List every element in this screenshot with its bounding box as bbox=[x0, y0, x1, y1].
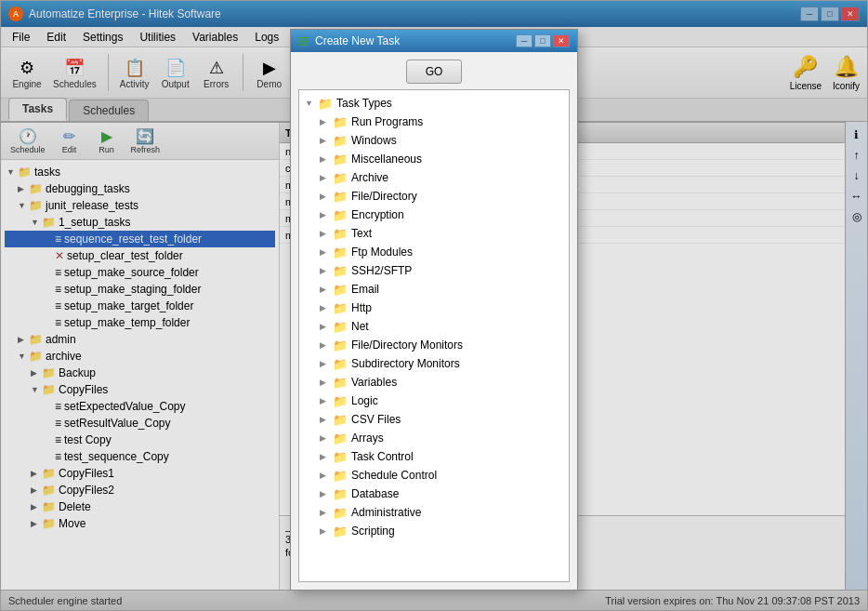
tree-arrow: ▶ bbox=[320, 322, 333, 331]
dialog-tree-label: CSV Files bbox=[351, 413, 401, 426]
dialog-minimize-button[interactable]: ─ bbox=[516, 34, 533, 47]
dialog-tree-label: Task Types bbox=[336, 97, 392, 110]
dialog-tree-item-text[interactable]: ▶ 📁 Text bbox=[303, 224, 565, 243]
folder-icon: 📁 bbox=[333, 469, 348, 483]
dialog-tree-label: Miscellaneous bbox=[351, 153, 422, 166]
dialog-title-icon: ⊞ bbox=[298, 33, 309, 48]
dialog-tree-item-archive[interactable]: ▶ 📁 Archive bbox=[303, 168, 565, 187]
dialog-tree-item-administrative[interactable]: ▶ 📁 Administrative bbox=[303, 503, 565, 522]
dialog-tree-item-run-programs[interactable]: ▶ 📁 Run Programs bbox=[303, 113, 565, 131]
dialog-tree-item-miscellaneous[interactable]: ▶ 📁 Miscellaneous bbox=[303, 150, 565, 168]
folder-icon: 📁 bbox=[333, 339, 348, 352]
go-button[interactable]: GO bbox=[406, 60, 462, 84]
dialog-tree-label: Run Programs bbox=[351, 115, 423, 128]
dialog-tree-item-task-control[interactable]: ▶ 📁 Task Control bbox=[303, 447, 565, 466]
tree-arrow: ▶ bbox=[320, 117, 333, 126]
main-window: A Automatize Enterprise - Hitek Software… bbox=[0, 0, 868, 611]
folder-icon: 📁 bbox=[333, 450, 348, 464]
folder-icon: 📁 bbox=[333, 190, 348, 204]
dialog-tree-item-file-dir-monitors[interactable]: ▶ 📁 File/Directory Monitors bbox=[303, 336, 565, 354]
tree-arrow: ▶ bbox=[320, 285, 333, 294]
tree-arrow: ▶ bbox=[320, 247, 333, 257]
dialog-maximize-button[interactable]: □ bbox=[534, 34, 551, 47]
tree-arrow: ▶ bbox=[320, 303, 333, 312]
folder-icon: 📁 bbox=[333, 376, 348, 390]
folder-icon: 📁 bbox=[333, 525, 348, 538]
folder-icon: 📁 bbox=[318, 97, 333, 111]
dialog-tree-item-net[interactable]: ▶ 📁 Net bbox=[303, 317, 565, 336]
dialog-tree-label: Net bbox=[351, 320, 369, 333]
dialog-tree-item-ftp[interactable]: ▶ 📁 Ftp Modules bbox=[303, 243, 565, 261]
tree-arrow: ▶ bbox=[320, 210, 333, 219]
dialog-title-text: Create New Task bbox=[315, 34, 400, 47]
folder-icon: 📁 bbox=[333, 487, 348, 501]
dialog-tree-label: Schedule Control bbox=[351, 469, 437, 482]
folder-icon: 📁 bbox=[333, 432, 348, 445]
tree-arrow: ▶ bbox=[320, 340, 333, 350]
dialog-tree-item-subdir-monitors[interactable]: ▶ 📁 Subdirectory Monitors bbox=[303, 354, 565, 373]
dialog-tree-label: Encryption bbox=[351, 208, 404, 221]
dialog-tree-label: Arrays bbox=[351, 432, 384, 445]
dialog-tree-item-email[interactable]: ▶ 📁 Email bbox=[303, 280, 565, 299]
folder-icon: 📁 bbox=[333, 246, 348, 259]
folder-icon: 📁 bbox=[333, 134, 348, 148]
tree-arrow: ▶ bbox=[320, 415, 333, 424]
dialog-tree-item-http[interactable]: ▶ 📁 Http bbox=[303, 299, 565, 317]
tree-arrow: ▶ bbox=[320, 471, 333, 480]
tree-arrow: ▶ bbox=[320, 452, 333, 461]
folder-icon: 📁 bbox=[333, 208, 348, 222]
tree-arrow: ▶ bbox=[320, 359, 333, 368]
folder-icon: 📁 bbox=[333, 283, 348, 297]
folder-icon: 📁 bbox=[333, 413, 348, 427]
tree-arrow: ▶ bbox=[320, 229, 333, 238]
dialog-tree-item-database[interactable]: ▶ 📁 Database bbox=[303, 485, 565, 503]
tree-arrow: ▶ bbox=[320, 489, 333, 498]
folder-icon: 📁 bbox=[333, 394, 348, 408]
dialog-tree-item-scripting[interactable]: ▶ 📁 Scripting bbox=[303, 522, 565, 540]
dialog-tree-item-logic[interactable]: ▶ 📁 Logic bbox=[303, 392, 565, 410]
dialog-tree-label: Scripting bbox=[351, 525, 395, 538]
folder-icon: 📁 bbox=[333, 357, 348, 371]
dialog-title-left: ⊞ Create New Task bbox=[298, 33, 400, 48]
dialog-tree-label: Http bbox=[351, 301, 372, 314]
tree-arrow: ▶ bbox=[320, 378, 333, 387]
folder-icon: 📁 bbox=[333, 115, 348, 129]
dialog-tree-item-ssh2[interactable]: ▶ 📁 SSH2/SFTP bbox=[303, 261, 565, 280]
dialog-tree-label: Email bbox=[351, 283, 379, 296]
dialog-tree-label: Windows bbox=[351, 134, 397, 147]
dialog-tree[interactable]: ▼ 📁 Task Types ▶ 📁 Run Programs ▶ 📁 Wind… bbox=[298, 89, 570, 582]
modal-overlay: ⊞ Create New Task ─ □ ✕ GO ▼ 📁 Task Type… bbox=[1, 1, 867, 610]
dialog-tree-item-encryption[interactable]: ▶ 📁 Encryption bbox=[303, 206, 565, 224]
dialog-tree-item-task-types[interactable]: ▼ 📁 Task Types bbox=[303, 94, 565, 113]
dialog-tree-item-windows[interactable]: ▶ 📁 Windows bbox=[303, 131, 565, 150]
dialog-tree-label: Task Control bbox=[351, 450, 414, 463]
folder-icon: 📁 bbox=[333, 153, 348, 166]
create-task-dialog: ⊞ Create New Task ─ □ ✕ GO ▼ 📁 Task Type… bbox=[290, 29, 578, 591]
tree-arrow: ▶ bbox=[320, 508, 333, 517]
folder-icon: 📁 bbox=[333, 506, 348, 520]
dialog-tree-label: File/Directory bbox=[351, 190, 417, 203]
dialog-tree-label: File/Directory Monitors bbox=[351, 339, 463, 352]
tree-arrow: ▶ bbox=[320, 266, 333, 275]
folder-icon: 📁 bbox=[333, 227, 348, 241]
folder-icon: 📁 bbox=[333, 264, 348, 278]
tree-arrow: ▶ bbox=[320, 173, 333, 182]
dialog-tree-label: Logic bbox=[351, 394, 378, 407]
dialog-title-controls: ─ □ ✕ bbox=[516, 34, 570, 47]
folder-icon: 📁 bbox=[333, 320, 348, 334]
tree-arrow: ▶ bbox=[320, 396, 333, 405]
dialog-title-bar: ⊞ Create New Task ─ □ ✕ bbox=[291, 30, 577, 52]
dialog-tree-item-variables[interactable]: ▶ 📁 Variables bbox=[303, 373, 565, 392]
dialog-tree-label: Subdirectory Monitors bbox=[351, 357, 460, 370]
dialog-tree-label: Archive bbox=[351, 171, 388, 184]
tree-arrow: ▶ bbox=[320, 526, 333, 536]
folder-icon: 📁 bbox=[333, 171, 348, 185]
dialog-tree-item-file-directory[interactable]: ▶ 📁 File/Directory bbox=[303, 187, 565, 206]
dialog-tree-item-arrays[interactable]: ▶ 📁 Arrays bbox=[303, 429, 565, 447]
dialog-tree-label: Variables bbox=[351, 376, 397, 389]
dialog-tree-item-schedule-control[interactable]: ▶ 📁 Schedule Control bbox=[303, 466, 565, 485]
dialog-tree-label: Text bbox=[351, 227, 372, 240]
dialog-close-button[interactable]: ✕ bbox=[553, 34, 570, 47]
dialog-tree-item-csv[interactable]: ▶ 📁 CSV Files bbox=[303, 410, 565, 429]
dialog-body: GO ▼ 📁 Task Types ▶ 📁 Run Programs bbox=[291, 52, 577, 590]
